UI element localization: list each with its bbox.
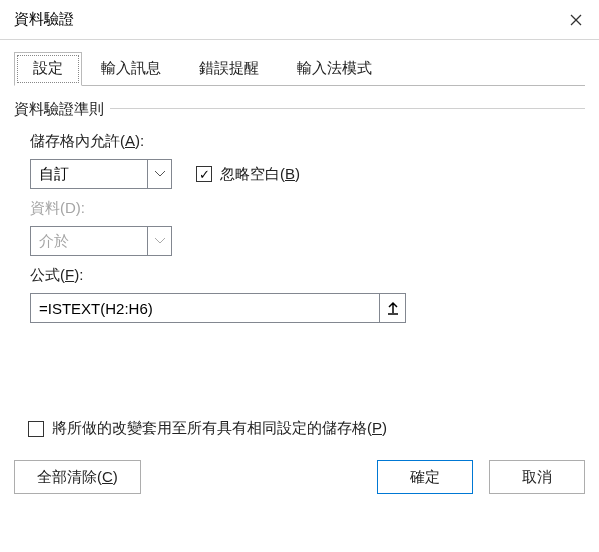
checkbox-icon [28, 421, 44, 437]
cancel-button[interactable]: 取消 [489, 460, 585, 494]
fieldset-legend: 資料驗證準則 [14, 100, 110, 119]
clear-all-button[interactable]: 全部清除(C) [14, 460, 141, 494]
tab-input-message[interactable]: 輸入訊息 [82, 52, 180, 85]
allow-label: 儲存格內允許(A): [30, 132, 569, 151]
close-button[interactable] [553, 0, 599, 40]
apply-all-label: 將所做的改變套用至所有具有相同設定的儲存格(P) [52, 419, 387, 438]
close-icon [570, 14, 582, 26]
data-select-value: 介於 [31, 232, 147, 251]
checkbox-icon: ✓ [196, 166, 212, 182]
range-picker-button[interactable] [379, 294, 405, 322]
validation-criteria-group: 資料驗證準則 儲存格內允許(A): 自訂 ✓ 忽略空白(B) [14, 100, 585, 339]
ignore-blank-label: 忽略空白(B) [220, 165, 300, 184]
data-label: 資料(D): [30, 199, 569, 218]
tab-settings[interactable]: 設定 [14, 52, 82, 86]
chevron-down-icon [147, 160, 171, 188]
ignore-blank-checkbox[interactable]: ✓ 忽略空白(B) [196, 165, 300, 184]
apply-all-checkbox[interactable]: 將所做的改變套用至所有具有相同設定的儲存格(P) [28, 419, 585, 438]
allow-select-value: 自訂 [31, 165, 147, 184]
allow-select[interactable]: 自訂 [30, 159, 172, 189]
formula-label: 公式(F): [30, 266, 569, 285]
collapse-dialog-icon [387, 301, 399, 315]
tab-error-alert[interactable]: 錯誤提醒 [180, 52, 278, 85]
window-title: 資料驗證 [14, 10, 74, 29]
tabstrip: 設定 輸入訊息 錯誤提醒 輸入法模式 [14, 52, 585, 86]
chevron-down-icon [147, 227, 171, 255]
tab-ime-mode[interactable]: 輸入法模式 [278, 52, 391, 85]
ok-button[interactable]: 確定 [377, 460, 473, 494]
formula-input-wrap: =ISTEXT(H2:H6) [30, 293, 406, 323]
titlebar: 資料驗證 [0, 0, 599, 40]
formula-input[interactable]: =ISTEXT(H2:H6) [31, 294, 379, 322]
dialog-footer: 全部清除(C) 確定 取消 [0, 460, 599, 508]
data-select: 介於 [30, 226, 172, 256]
